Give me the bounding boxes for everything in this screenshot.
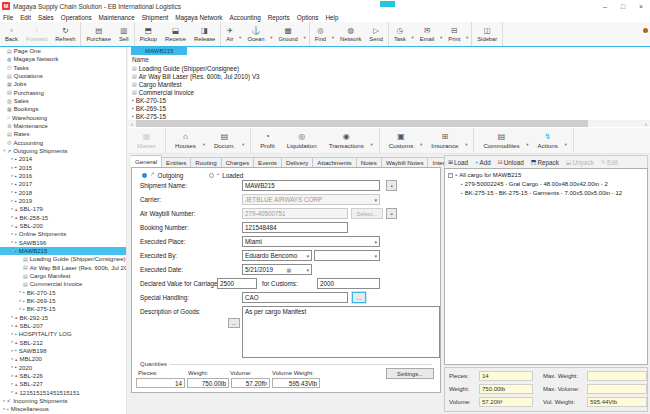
sidebar-item[interactable]: ▴ SBL-207	[0, 322, 126, 330]
menu-item[interactable]: Sales	[38, 14, 54, 21]
toolbar-button[interactable]: ⊟Print	[444, 26, 470, 43]
menu-item[interactable]: Shipment	[142, 14, 169, 21]
close-button[interactable]: ×	[632, 0, 650, 12]
sidebar-item[interactable]: ▦ Bookings	[0, 105, 126, 113]
maximize-button[interactable]: □	[614, 0, 632, 12]
document-row[interactable]: ▤ Commercial Invoice	[128, 88, 650, 96]
toolbar-button[interactable]: ▤Purchase	[82, 26, 115, 43]
toolbar-button[interactable]: ⬓Receive	[161, 26, 190, 43]
description-textarea[interactable]: As per cargo Manifest	[242, 306, 440, 358]
menu-item[interactable]: File	[3, 14, 13, 21]
shipment-name-options-button[interactable]: ▪	[386, 180, 397, 191]
totals-max-volume-field[interactable]	[587, 384, 647, 394]
sidebar-item[interactable]: ↙ Incoming Shipments	[0, 397, 126, 405]
sidebar-item[interactable]: ▪ SAWB198	[0, 347, 126, 355]
sidebar-item[interactable]: ▪ BK-269-15	[0, 297, 126, 305]
detail-tab[interactable]: General	[131, 155, 162, 167]
ribbon-button[interactable]: ↯Actions	[532, 131, 570, 150]
document-tab[interactable]: MAWB215	[131, 47, 187, 55]
menu-item[interactable]: Maintenance	[99, 14, 135, 21]
toolbar-button[interactable]: ▷Send	[365, 26, 387, 43]
ribbon-button[interactable]: ▤Commodities	[477, 131, 531, 150]
sidebar-item[interactable]: ⌂ Warehousing	[0, 114, 126, 122]
sidebar-item[interactable]: ▴ SBL-179	[0, 205, 126, 213]
cargo-toolbar-button[interactable]: ⬒ Repack	[531, 159, 559, 166]
booking-number-input[interactable]: 121548484	[242, 222, 348, 233]
sidebar-item[interactable]: ▤ Loading Guide (Shipper/Consignee)	[0, 255, 126, 263]
totals-pieces-field[interactable]: 14	[479, 371, 533, 381]
cargo-tree-item[interactable]: ▪ BK-275-15 - BK-275-15 - Garments - 7.0…	[445, 187, 647, 196]
sidebar-item[interactable]: ▪ 2016	[0, 172, 126, 180]
sidebar-item[interactable]: ↗ Outgoing Shipments	[0, 147, 126, 155]
sidebar-item[interactable]: ▤ Cargo Manifest	[0, 272, 126, 280]
toolbar-button[interactable]: ⚓Ocean	[243, 26, 274, 43]
totals-vol-weight-field[interactable]: 595.44Vlb	[587, 397, 647, 407]
sidebar-item[interactable]: ▪ Miscellaneous	[0, 405, 126, 413]
declared-value-carriage-input[interactable]: 2500	[217, 278, 257, 289]
cargo-toolbar-button[interactable]: ⊟ Unload	[498, 159, 524, 166]
menu-item[interactable]: Operations	[61, 14, 92, 21]
toolbar-button[interactable]: ↻Refresh	[51, 26, 79, 43]
executed-place-dropdown[interactable]: Miami	[242, 236, 380, 247]
ribbon-button[interactable]: ⊞Insurance	[425, 131, 470, 150]
toolbar-button[interactable]: ▦Ground	[274, 26, 307, 43]
menu-item[interactable]: Accounting	[230, 14, 261, 21]
collapse-icon[interactable]: −	[448, 173, 453, 178]
toolbar-button[interactable]: ◨Release	[190, 26, 219, 43]
sidebar-item[interactable]: ▪ BK-270-15	[0, 289, 126, 297]
shipment-name-input[interactable]: MAWB215	[242, 180, 380, 191]
sidebar-item[interactable]: ▴ BK-292-15	[0, 314, 126, 322]
volume-value[interactable]: 57.20ft³	[231, 378, 270, 388]
detail-tab[interactable]: Delivery	[282, 157, 313, 167]
scroll-right-arrow-icon[interactable]	[642, 121, 650, 127]
sidebar-item[interactable]: ▪ SAWB196	[0, 239, 126, 247]
cargo-tree-root[interactable]: − ▪ All cargo for MAWB215	[445, 169, 647, 178]
sidebar-item[interactable]: ▴ SBL-227	[0, 380, 126, 388]
totals-volume-field[interactable]: 57.20ft³	[479, 397, 533, 407]
toolbar-button[interactable]: ✈Air	[222, 26, 243, 43]
cargo-toolbar-button[interactable]: + Add	[475, 159, 491, 166]
sidebar-item[interactable]: ▤ Rates	[0, 130, 126, 138]
air-waybill-input[interactable]: 279-40500751	[242, 208, 348, 219]
sidebar-item[interactable]: ▴ BK-258-15	[0, 214, 126, 222]
detail-tab[interactable]: Attachments	[313, 157, 356, 167]
menu-item[interactable]: Edit	[20, 14, 31, 21]
toolbar-button[interactable]: ◫Sidebar	[473, 26, 501, 43]
detail-tab[interactable]: Events	[254, 157, 282, 167]
pieces-value[interactable]: 14	[136, 378, 185, 388]
settings-button[interactable]: Settings...	[386, 368, 434, 379]
declared-value-customs-input[interactable]: 2000	[317, 278, 380, 289]
detail-tab[interactable]: Charges	[222, 157, 254, 167]
cargo-toolbar-button[interactable]: ⊞ Load	[448, 159, 468, 166]
menu-item[interactable]: Magaya Network	[175, 14, 222, 21]
ribbon-button[interactable]: ◉Transactions	[323, 131, 376, 150]
toolbar-button[interactable]: ✉Email	[416, 26, 445, 43]
outgoing-radio[interactable]	[142, 173, 147, 178]
awb-stock-button[interactable]: ▪	[386, 208, 397, 219]
sidebar-item[interactable]: ▦ Jobs	[0, 80, 126, 88]
document-row[interactable]: ▪ BK-270-15	[128, 96, 650, 104]
executed-by-dropdown[interactable]: Eduardo Bencomo	[242, 250, 312, 261]
sidebar-item[interactable]: ▴ SBL-212	[0, 338, 126, 346]
detail-tab[interactable]: Waybill Notes	[382, 157, 429, 167]
special-handling-more-button[interactable]: ...	[352, 292, 366, 303]
ribbon-button[interactable]: ▣Customs	[383, 131, 425, 150]
scroll-left-arrow-icon[interactable]	[128, 121, 136, 127]
toolbar-button[interactable]: ›Forward	[22, 26, 51, 43]
sidebar-item[interactable]: ▪ MAWB215	[0, 247, 126, 255]
sidebar-item[interactable]: ▤ Commercial Invoice	[0, 280, 126, 288]
sidebar-item[interactable]: ▤ Quotations	[0, 72, 126, 80]
toolbar-button[interactable]: ◍Network	[336, 26, 365, 43]
document-row[interactable]: ▪ BK-275-15	[128, 112, 650, 120]
toolbar-button[interactable]: ◷Task	[390, 26, 416, 43]
sidebar-item[interactable]: ▪ 2017	[0, 180, 126, 188]
sidebar-item[interactable]: ◍ Magaya Network	[0, 55, 126, 63]
cargo-toolbar-button[interactable]: ⬓ Unpack	[566, 159, 594, 166]
menu-item[interactable]: Options	[297, 14, 319, 21]
sidebar-item[interactable]: ▪ Online Shipments	[0, 230, 126, 238]
document-row[interactable]: ▤ Cargo Manifest	[128, 80, 650, 88]
horizontal-scrollbar[interactable]	[128, 120, 650, 127]
special-handling-input[interactable]: CAO	[242, 292, 348, 303]
sidebar-item[interactable]: ▴ SBL-226	[0, 372, 126, 380]
toolbar-button[interactable]: ⬒Pickup	[136, 26, 161, 43]
